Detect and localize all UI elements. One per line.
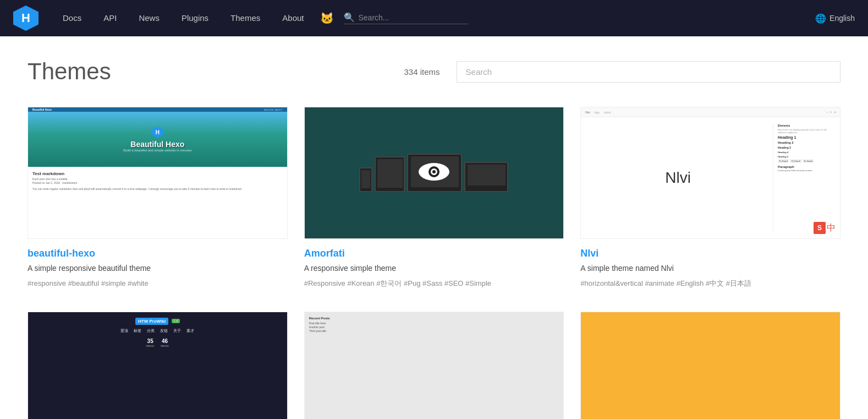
page-title: Themes <box>28 58 393 85</box>
preview-navbar: Beautiful Hexo ARCHIVE ABOUT <box>28 107 287 112</box>
logo-letter: H <box>21 11 30 25</box>
preview-header: HTW ProWiki 1.0 <box>135 318 180 325</box>
theme-desc: A simple theme named Nlvi <box>580 264 840 273</box>
theme-tags: #horizontal&vertical #animate #English #… <box>580 278 840 290</box>
theme-name-link[interactable]: Amorfati <box>304 248 564 259</box>
search-icon: 🔍 <box>344 12 355 23</box>
preview-title: Beautiful Hexo <box>130 140 184 149</box>
theme-name-link[interactable]: beautiful-hexo <box>28 248 288 259</box>
svg-point-3 <box>432 170 436 173</box>
theme-desc: A responsive simple theme <box>304 264 564 273</box>
navbar: H Docs API News Plugins Themes About 🐱 🔍… <box>0 0 868 36</box>
nav-item-plugins[interactable]: Plugins <box>171 0 219 36</box>
themes-search-input[interactable] <box>457 61 840 83</box>
preview-sidebar: Elements Nite theme can display properly… <box>773 124 833 232</box>
preview-topbar: Nlvi tags about a A ◑ <box>581 107 840 117</box>
preview-badge: S 中 <box>814 222 836 234</box>
nav-item-docs[interactable]: Docs <box>52 0 92 36</box>
items-count: 334 items <box>404 67 440 77</box>
theme-name-link[interactable]: Nlvi <box>580 248 840 259</box>
site-logo[interactable]: H <box>13 6 39 31</box>
themes-grid: Beautiful Hexo ARCHIVE ABOUT H Beautiful… <box>28 107 840 419</box>
theme-card-beautiful-hexo: Beautiful Hexo ARCHIVE ABOUT H Beautiful… <box>28 107 288 290</box>
theme-tags: #responsive #beautiful #simple #white <box>28 278 288 290</box>
globe-icon: 🌐 <box>815 13 826 24</box>
preview-content: Test markdown Each post also has a subti… <box>28 167 287 195</box>
preview-main: Nlvi <box>587 124 768 232</box>
cat-icon[interactable]: 🐱 <box>320 12 334 25</box>
preview-subtitle: Build a beautiful and simple website in … <box>123 149 191 152</box>
preview-counts: 35 items 46 items <box>146 338 169 347</box>
preview-hero: H Beautiful Hexo Build a beautiful and s… <box>28 112 287 167</box>
preview-stats: 置顶 标签 分类 友链 关于 素才 <box>120 328 194 334</box>
theme-preview-partial3[interactable] <box>580 312 840 419</box>
language-selector[interactable]: 🌐 English <box>815 13 855 24</box>
theme-desc: A simple responsive beautiful theme <box>28 264 288 273</box>
theme-preview-partial2[interactable]: Recent Posts Post title here Another pos… <box>304 312 564 419</box>
preview-phone <box>359 167 372 192</box>
page-header: Themes 334 items <box>28 58 840 85</box>
theme-card-nlvi: Nlvi tags about a A ◑ Nlvi Elements <box>580 107 840 290</box>
theme-tags: #Responsive #Korean #한국어 #Pug #Sass #SEO… <box>304 278 564 290</box>
preview-tablet <box>375 156 405 192</box>
preview-body: Nlvi Elements Nite theme can display pro… <box>587 124 833 232</box>
theme-card-partial2: Recent Posts Post title here Another pos… <box>304 312 564 419</box>
theme-preview-nlvi[interactable]: Nlvi tags about a A ◑ Nlvi Elements <box>580 107 840 239</box>
language-label: English <box>829 14 855 23</box>
nav-links: Docs API News Plugins Themes About <box>52 0 315 36</box>
preview-logo: H <box>152 127 163 138</box>
nav-search: 🔍 <box>344 12 468 24</box>
theme-preview-htw[interactable]: HTW ProWiki 1.0 置顶 标签 分类 友链 关于 素才 35 ite… <box>28 312 288 419</box>
theme-preview-amorfati[interactable] <box>304 107 564 239</box>
theme-card-partial3 <box>580 312 840 419</box>
nav-item-api[interactable]: API <box>92 0 128 36</box>
nav-item-about[interactable]: About <box>271 0 315 36</box>
main-content: Themes 334 items Beautiful Hexo ARCHIVE … <box>0 36 868 419</box>
preview-content-area: Recent Posts Post title here Another pos… <box>309 317 559 333</box>
preview-eye-icon <box>417 161 451 185</box>
nav-item-themes[interactable]: Themes <box>219 0 271 36</box>
nav-item-news[interactable]: News <box>128 0 171 36</box>
theme-preview-beautiful-hexo[interactable]: Beautiful Hexo ARCHIVE ABOUT H Beautiful… <box>28 107 288 239</box>
preview-laptop <box>464 162 508 192</box>
theme-card-amorfati: Amorfati A responsive simple theme #Resp… <box>304 107 564 290</box>
search-input[interactable] <box>358 13 468 22</box>
theme-card-htw: HTW ProWiki 1.0 置顶 标签 分类 友链 关于 素才 35 ite… <box>28 312 288 419</box>
